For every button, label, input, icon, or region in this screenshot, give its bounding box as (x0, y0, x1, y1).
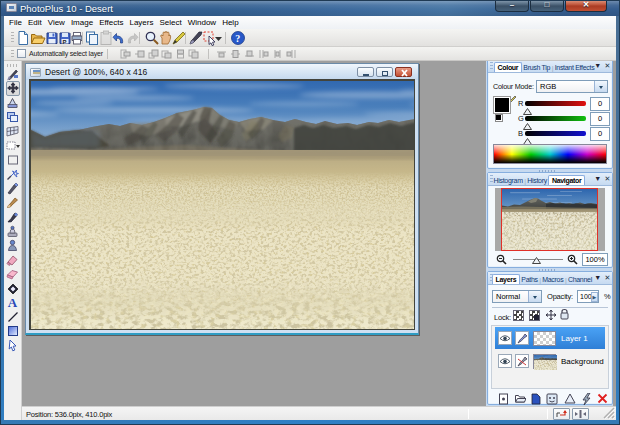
svg-text:P: P (63, 39, 67, 45)
svg-text:?: ? (235, 33, 240, 44)
